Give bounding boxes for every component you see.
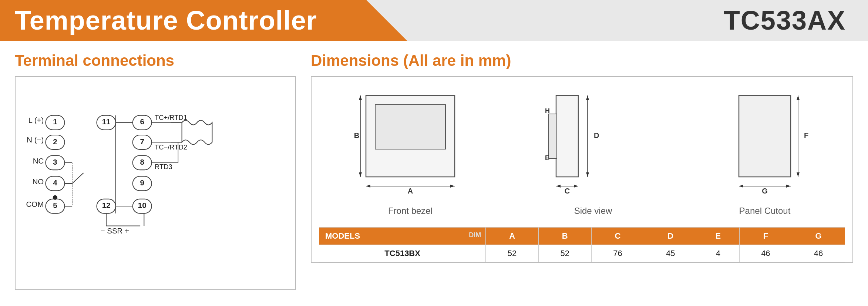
front-bezel-svg: B A <box>351 84 470 203</box>
front-bezel-label: Front bezel <box>388 206 433 216</box>
svg-text:E: E <box>545 154 549 162</box>
svg-marker-58 <box>359 95 362 100</box>
svg-text:RTD3: RTD3 <box>155 163 172 171</box>
svg-marker-82 <box>739 185 743 188</box>
val-c: 76 <box>591 245 644 262</box>
svg-text:8: 8 <box>140 158 144 166</box>
col-b-header: B <box>538 228 591 245</box>
svg-text:−  SSR  +: − SSR + <box>101 226 129 235</box>
svg-text:TC−/RTD2: TC−/RTD2 <box>155 143 187 151</box>
svg-text:N (−): N (−) <box>27 135 44 144</box>
header-left: Temperature Controller <box>0 0 407 41</box>
svg-text:COM: COM <box>26 200 44 208</box>
val-a: 52 <box>486 245 539 262</box>
svg-text:G: G <box>762 187 768 195</box>
svg-rect-76 <box>739 95 791 177</box>
dim-diagrams: B A Front bezel <box>319 84 845 223</box>
svg-line-20 <box>72 173 84 184</box>
svg-marker-67 <box>586 95 589 100</box>
svg-marker-68 <box>586 172 589 177</box>
side-view-svg: D C H E <box>534 84 652 203</box>
svg-marker-62 <box>366 185 370 188</box>
front-bezel-diagram: B A Front bezel <box>351 84 470 216</box>
svg-text:H: H <box>545 107 550 115</box>
table-row: TC513BX 52 52 76 45 4 46 46 <box>319 245 845 262</box>
panel-cutout-diagram: F G Panel Cutout <box>717 84 813 216</box>
svg-text:NC: NC <box>33 157 44 165</box>
dimensions-table: MODELS DIM A B C D E F G TC513BX <box>319 227 845 262</box>
val-e: 4 <box>697 245 739 262</box>
val-d: 45 <box>644 245 697 262</box>
svg-text:L (+): L (+) <box>28 116 44 124</box>
svg-text:7: 7 <box>140 137 144 146</box>
svg-rect-56 <box>375 105 445 149</box>
svg-marker-78 <box>797 95 800 100</box>
svg-text:9: 9 <box>140 178 144 187</box>
col-g-header: G <box>792 228 845 245</box>
val-g: 46 <box>792 245 845 262</box>
svg-text:B: B <box>354 131 359 139</box>
svg-text:12: 12 <box>102 201 111 209</box>
svg-text:4: 4 <box>53 178 57 187</box>
model-name-cell: TC513BX <box>319 245 486 262</box>
side-view-label: Side view <box>574 206 612 216</box>
svg-text:6: 6 <box>140 117 144 126</box>
svg-text:11: 11 <box>102 117 111 126</box>
svg-text:A: A <box>408 187 413 195</box>
svg-text:10: 10 <box>138 201 147 209</box>
header-right: TC533AX <box>407 0 868 41</box>
model-number: TC533AX <box>724 5 846 36</box>
terminal-diagram-box: L (+) 1 N (−) 2 NC 3 NO 4 COM <box>15 76 296 290</box>
svg-text:TC+/RTD1: TC+/RTD1 <box>155 114 187 121</box>
val-b: 52 <box>538 245 591 262</box>
svg-marker-72 <box>574 185 578 188</box>
svg-text:1: 1 <box>53 117 57 126</box>
page-title: Temperature Controller <box>15 5 317 36</box>
dimensions-section: Dimensions (All are in mm) B <box>311 52 853 290</box>
col-e-header: E <box>697 228 739 245</box>
svg-marker-59 <box>359 172 362 177</box>
content-area: Terminal connections L (+) 1 N (−) 2 NC … <box>0 41 868 301</box>
svg-text:2: 2 <box>53 137 57 146</box>
header: Temperature Controller TC533AX <box>0 0 868 41</box>
svg-marker-63 <box>450 185 455 188</box>
svg-text:F: F <box>804 131 808 139</box>
models-header: MODELS DIM <box>319 228 486 245</box>
svg-text:D: D <box>594 131 599 139</box>
svg-text:C: C <box>565 187 570 195</box>
dimensions-box: B A Front bezel <box>311 76 853 263</box>
svg-text:5: 5 <box>53 201 57 209</box>
svg-text:3: 3 <box>53 158 57 166</box>
svg-rect-65 <box>549 114 557 158</box>
col-d-header: D <box>644 228 697 245</box>
svg-text:NO: NO <box>33 177 44 186</box>
terminal-section-title: Terminal connections <box>15 52 296 70</box>
col-f-header: F <box>739 228 792 245</box>
col-a-header: A <box>486 228 539 245</box>
terminal-diagram-svg: L (+) 1 N (−) 2 NC 3 NO 4 COM <box>23 88 288 280</box>
panel-cutout-label: Panel Cutout <box>739 206 791 216</box>
svg-marker-79 <box>797 172 800 177</box>
svg-marker-83 <box>786 185 791 188</box>
terminal-section: Terminal connections L (+) 1 N (−) 2 NC … <box>15 52 296 290</box>
col-c-header: C <box>591 228 644 245</box>
val-f: 46 <box>739 245 792 262</box>
side-view-diagram: D C H E Side view <box>534 84 652 216</box>
svg-marker-71 <box>556 185 561 188</box>
panel-cutout-svg: F G <box>717 84 813 203</box>
dimensions-section-title: Dimensions (All are in mm) <box>311 52 853 70</box>
